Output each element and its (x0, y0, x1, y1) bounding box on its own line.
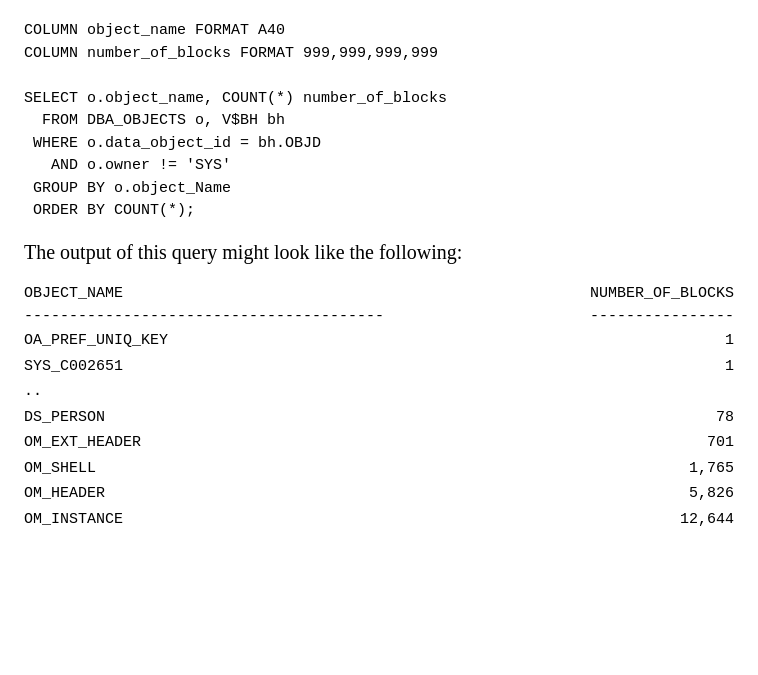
row-name-5: OM_SHELL (24, 456, 521, 482)
code-block: COLUMN object_name FORMAT A40 COLUMN num… (24, 20, 734, 223)
code-line-9: ORDER BY COUNT(*); (24, 202, 195, 219)
row-blocks-1: 1 (521, 354, 734, 380)
table-row: OA_PREF_UNIQ_KEY 1 (24, 328, 734, 354)
row-name-7: OM_INSTANCE (24, 507, 521, 533)
separator-blocks: ---------------- (521, 306, 734, 329)
table-row: SYS_C002651 1 (24, 354, 734, 380)
table-row: OM_SHELL 1,765 (24, 456, 734, 482)
code-line-4: SELECT o.object_name, COUNT(*) number_of… (24, 90, 447, 107)
row-blocks-4: 701 (521, 430, 734, 456)
row-name-1: SYS_C002651 (24, 354, 521, 380)
row-name-3: DS_PERSON (24, 405, 521, 431)
row-blocks-0: 1 (521, 328, 734, 354)
separator-name: ---------------------------------------- (24, 306, 521, 329)
row-blocks-6: 5,826 (521, 481, 734, 507)
code-line-5: FROM DBA_OBJECTS o, V$BH bh (24, 112, 285, 129)
row-name-4: OM_EXT_HEADER (24, 430, 521, 456)
code-line-8: GROUP BY o.object_Name (24, 180, 231, 197)
output-table: OBJECT_NAME NUMBER_OF_BLOCKS -----------… (24, 282, 734, 533)
header-object-name: OBJECT_NAME (24, 282, 521, 306)
table-row: DS_PERSON 78 (24, 405, 734, 431)
row-name-2: .. (24, 379, 521, 405)
table-header-row: OBJECT_NAME NUMBER_OF_BLOCKS (24, 282, 734, 306)
table-row: .. (24, 379, 734, 405)
code-line-2: COLUMN number_of_blocks FORMAT 999,999,9… (24, 45, 438, 62)
table-separator-row: ----------------------------------------… (24, 306, 734, 329)
code-line-7: AND o.owner != 'SYS' (24, 157, 231, 174)
header-number-of-blocks: NUMBER_OF_BLOCKS (521, 282, 734, 306)
row-name-0: OA_PREF_UNIQ_KEY (24, 328, 521, 354)
description-text: The output of this query might look like… (24, 241, 734, 264)
code-line-1: COLUMN object_name FORMAT A40 (24, 22, 285, 39)
table-row: OM_INSTANCE 12,644 (24, 507, 734, 533)
row-blocks-5: 1,765 (521, 456, 734, 482)
table-row: OM_EXT_HEADER 701 (24, 430, 734, 456)
row-name-6: OM_HEADER (24, 481, 521, 507)
code-line-6: WHERE o.data_object_id = bh.OBJD (24, 135, 321, 152)
row-blocks-2 (521, 379, 734, 405)
table-row: OM_HEADER 5,826 (24, 481, 734, 507)
row-blocks-3: 78 (521, 405, 734, 431)
row-blocks-7: 12,644 (521, 507, 734, 533)
